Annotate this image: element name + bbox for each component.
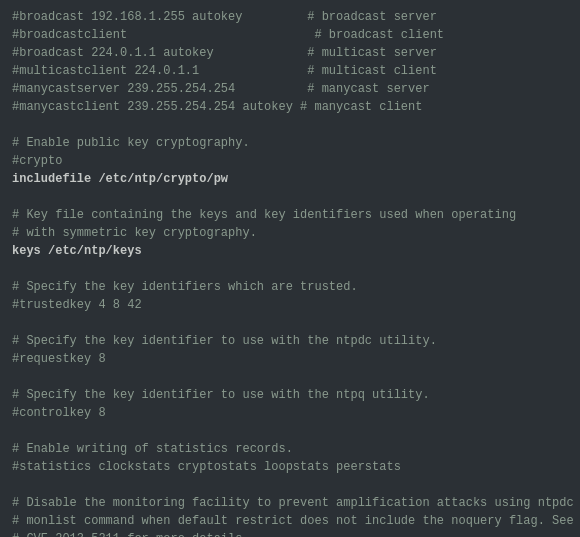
code-line: # monlist command when default restrict …	[12, 512, 568, 530]
code-line: # Disable the monitoring facility to pre…	[12, 494, 568, 512]
empty-line	[12, 422, 568, 440]
empty-line	[12, 314, 568, 332]
empty-line	[12, 188, 568, 206]
code-line: # Specify the key identifier to use with…	[12, 386, 568, 404]
code-line: #broadcast 192.168.1.255 autokey # broad…	[12, 8, 568, 26]
code-line: # CVE-2013-5211 for more details.	[12, 530, 568, 537]
code-line: # Enable writing of statistics records.	[12, 440, 568, 458]
code-line: # with symmetric key cryptography.	[12, 224, 568, 242]
code-line: # Specify the key identifier to use with…	[12, 332, 568, 350]
code-line: #crypto	[12, 152, 568, 170]
empty-line	[12, 260, 568, 278]
code-line: #broadcastclient # broadcast client	[12, 26, 568, 44]
empty-line	[12, 116, 568, 134]
code-line: #manycastserver 239.255.254.254 # manyca…	[12, 80, 568, 98]
code-line: #trustedkey 4 8 42	[12, 296, 568, 314]
code-display: #broadcast 192.168.1.255 autokey # broad…	[0, 0, 580, 537]
code-line: # Key file containing the keys and key i…	[12, 206, 568, 224]
empty-line	[12, 476, 568, 494]
code-line: #requestkey 8	[12, 350, 568, 368]
code-line: # Enable public key cryptography.	[12, 134, 568, 152]
code-line-bold: includefile /etc/ntp/crypto/pw	[12, 170, 568, 188]
code-line: # Specify the key identifiers which are …	[12, 278, 568, 296]
code-line: #broadcast 224.0.1.1 autokey # multicast…	[12, 44, 568, 62]
code-line: #controlkey 8	[12, 404, 568, 422]
code-line: #statistics clockstats cryptostats loops…	[12, 458, 568, 476]
code-line-bold: keys /etc/ntp/keys	[12, 242, 568, 260]
code-line: #multicastclient 224.0.1.1 # multicast c…	[12, 62, 568, 80]
code-line: #manycastclient 239.255.254.254 autokey …	[12, 98, 568, 116]
empty-line	[12, 368, 568, 386]
